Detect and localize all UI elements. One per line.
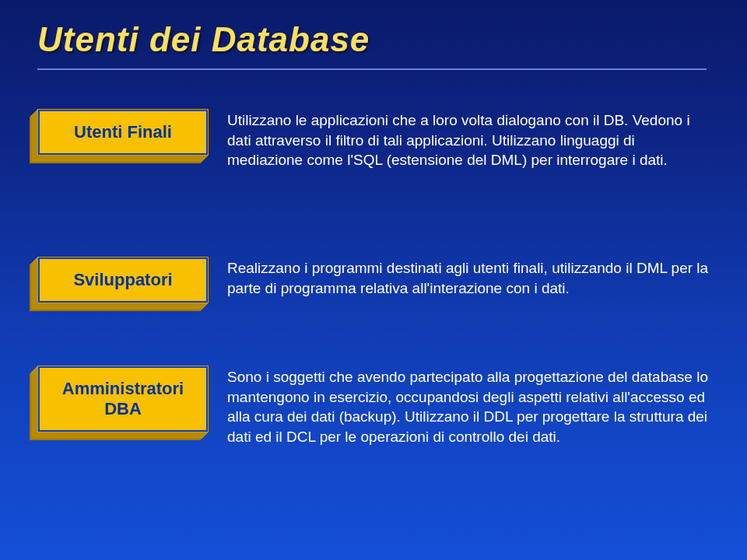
row-sviluppatori: Sviluppatori Realizzano i programmi dest… xyxy=(37,257,710,303)
slide-title: Utenti dei Database xyxy=(37,20,370,59)
box-label: Amministratori DBA xyxy=(38,366,208,432)
box-label: Sviluppatori xyxy=(38,257,208,303)
box-amministratori: Amministratori DBA xyxy=(37,366,209,432)
title-underline xyxy=(37,68,707,70)
box-label: Utenti Finali xyxy=(38,110,208,155)
box-sviluppatori: Sviluppatori xyxy=(37,257,209,303)
desc-utenti-finali: Utilizzano le applicazioni che a loro vo… xyxy=(227,109,710,170)
desc-sviluppatori: Realizzano i programmi destinati agli ut… xyxy=(227,257,710,298)
row-utenti-finali: Utenti Finali Utilizzano le applicazioni… xyxy=(37,109,710,170)
row-amministratori: Amministratori DBA Sono i soggetti che a… xyxy=(37,366,710,447)
box-utenti-finali: Utenti Finali xyxy=(37,109,209,156)
desc-amministratori: Sono i soggetti che avendo partecipato a… xyxy=(227,366,710,447)
